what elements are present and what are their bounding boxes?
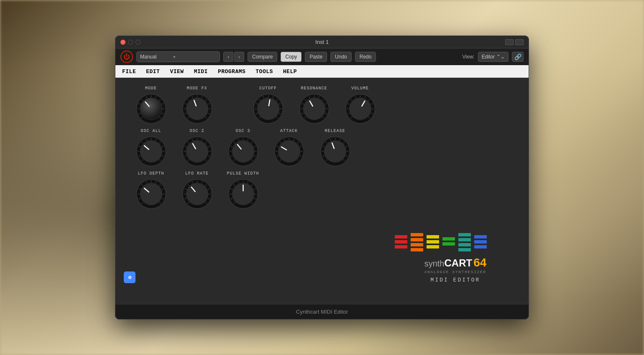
logo-synth-text: synth — [424, 259, 445, 269]
toolbar: ⏻ Manual ▾ ‹ › Compare Copy Paste Undo R… — [115, 48, 529, 65]
knob-release: RELEASE — [312, 129, 358, 167]
svg-rect-215 — [427, 235, 439, 238]
bottom-bar-text: Cynthcart MIDI Editor — [296, 309, 348, 315]
knob-osc-all-control[interactable] — [135, 136, 167, 167]
svg-rect-214 — [411, 248, 423, 251]
logo-area: synth CART 64 ANALOGUE SYNTHESIZER MIDI … — [395, 231, 516, 283]
knob-pulse-width-label: PULSE WIDTH — [227, 171, 259, 176]
knob-resonance-label: RESONANCE — [301, 86, 327, 91]
view-value: Editor — [482, 54, 495, 60]
knob-row-1: MODE — [128, 86, 516, 124]
knob-cutoff-control[interactable] — [253, 93, 284, 124]
knob-mode-control[interactable] — [135, 93, 167, 124]
svg-rect-224 — [474, 235, 487, 238]
window-title: Inst 1 — [315, 39, 329, 45]
knob-volume: VOLUME — [337, 86, 383, 124]
corner-icon[interactable]: ⚙ — [124, 271, 135, 283]
svg-rect-225 — [474, 240, 487, 243]
view-dropdown[interactable]: Editor ⌃⌄ — [478, 52, 509, 62]
view-arrow: ⌃⌄ — [496, 54, 505, 60]
knob-osc3-label: OSC 3 — [235, 129, 250, 133]
svg-rect-213 — [411, 243, 423, 246]
preset-value: Manual — [140, 54, 156, 60]
link-button[interactable]: 🔗 — [512, 52, 524, 62]
maximize-button[interactable] — [135, 40, 141, 45]
svg-point-158 — [324, 141, 346, 162]
knob-lfo-rate-control[interactable] — [181, 178, 213, 210]
svg-point-46 — [257, 98, 279, 120]
knob-mode-label: MODE — [145, 86, 157, 91]
svg-point-190 — [186, 183, 208, 205]
nav-prev-button[interactable]: ‹ — [223, 52, 233, 62]
svg-point-142 — [278, 141, 300, 162]
logo-text-row: synth CART 64 — [424, 256, 487, 269]
menu-file[interactable]: FILE — [122, 68, 136, 75]
svg-rect-218 — [442, 237, 455, 241]
dropdown-arrow: ▾ — [173, 54, 176, 60]
knob-volume-label: VOLUME — [351, 86, 369, 91]
menu-edit[interactable]: EDIT — [146, 68, 160, 75]
redo-button[interactable]: Redo — [355, 52, 376, 62]
knob-volume-control[interactable] — [345, 93, 376, 124]
svg-rect-209 — [395, 240, 407, 243]
svg-rect-219 — [442, 242, 455, 246]
menu-programs[interactable]: PROGRAMS — [218, 68, 245, 75]
menu-view[interactable]: VIEW — [170, 68, 184, 75]
svg-point-78 — [349, 98, 371, 120]
knob-lfo-rate: LFO RATE — [174, 171, 220, 210]
knob-lfo-depth-control[interactable] — [135, 178, 167, 210]
copy-button[interactable]: Copy — [281, 52, 302, 62]
knob-osc2: OSC 2 — [174, 129, 220, 167]
paste-button[interactable]: Paste — [305, 52, 327, 62]
nav-next-button[interactable]: › — [234, 52, 244, 62]
knob-release-control[interactable] — [319, 136, 351, 167]
knob-lfo-rate-label: LFO RATE — [185, 171, 209, 176]
window-controls — [120, 40, 141, 45]
preset-dropdown[interactable]: Manual ▾ — [136, 51, 220, 62]
knob-row-3: LFO DEPTH — [128, 171, 516, 210]
power-icon: ⏻ — [123, 53, 130, 60]
menu-tools[interactable]: TOOLS — [256, 68, 273, 75]
knob-release-label: RELEASE — [325, 129, 345, 133]
main-window: Inst 1 ⏻ Manual ▾ ‹ › Compare Copy Paste… — [115, 36, 529, 320]
knob-row-2: OSC ALL — [128, 129, 516, 167]
logo-bars-svg — [395, 231, 516, 256]
knob-osc-all-label: OSC ALL — [141, 129, 161, 133]
close-button[interactable] — [120, 40, 125, 45]
knob-osc3: OSC 3 — [220, 129, 266, 167]
knob-osc-all: OSC ALL — [128, 129, 174, 167]
svg-point-62 — [303, 98, 325, 120]
logo-64-text: 64 — [473, 256, 486, 269]
logo-sub-text: ANALOGUE SYNTHESIZER — [424, 270, 486, 274]
svg-point-174 — [140, 183, 162, 205]
svg-rect-211 — [411, 233, 423, 236]
title-bar-right — [505, 39, 524, 45]
power-button[interactable]: ⏻ — [120, 51, 133, 63]
toolbar-right: View: Editor ⌃⌄ 🔗 — [463, 52, 524, 62]
knob-pulse-width-control[interactable] — [227, 178, 259, 210]
menu-help[interactable]: HELP — [283, 68, 297, 75]
knob-osc2-control[interactable] — [181, 136, 213, 167]
compare-button[interactable]: Compare — [248, 52, 277, 62]
undo-button[interactable]: Undo — [330, 52, 352, 62]
knob-pulse-width: PULSE WIDTH — [220, 171, 266, 210]
svg-point-94 — [140, 141, 162, 162]
menu-midi[interactable]: MIDI — [194, 68, 208, 75]
knob-mode-fx: MODE FX — [174, 86, 220, 124]
title-bar-btn-2[interactable] — [515, 39, 524, 45]
svg-rect-212 — [411, 238, 423, 241]
knob-osc3-control[interactable] — [227, 136, 259, 167]
svg-rect-220 — [458, 233, 471, 236]
menu-bar: FILE EDIT VIEW MIDI PROGRAMS TOOLS HELP — [115, 65, 529, 78]
knob-attack-control[interactable] — [273, 136, 305, 167]
title-bar-btn-1[interactable] — [505, 39, 514, 45]
knob-mode-fx-label: MODE FX — [187, 86, 207, 91]
knob-mode-fx-control[interactable] — [181, 93, 213, 124]
minimize-button[interactable] — [128, 40, 133, 45]
svg-rect-210 — [395, 245, 407, 248]
logo-cart-text: CART — [445, 257, 473, 269]
knob-attack: ATTACK — [266, 129, 312, 167]
knob-resonance-control[interactable] — [299, 93, 330, 124]
bottom-bar: Cynthcart MIDI Editor — [115, 304, 529, 319]
svg-point-110 — [186, 141, 208, 162]
